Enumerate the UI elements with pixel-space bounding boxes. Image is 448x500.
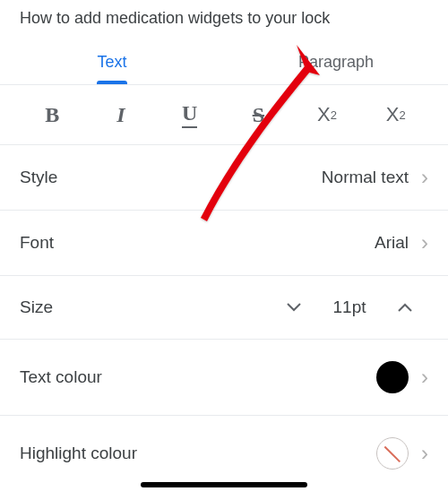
highlight-colour-label: Highlight colour [20,444,137,463]
chevron-right-icon: › [421,443,428,464]
highlight-colour-swatch-none [376,437,409,470]
tab-text[interactable]: Text [0,42,224,84]
italic-button[interactable]: I [87,101,156,128]
superscript-2: 2 [331,108,337,122]
style-label: Style [20,168,57,187]
bold-button[interactable]: B [18,101,87,128]
style-row[interactable]: Style Normal text › [0,145,448,211]
chevron-up-icon [398,303,412,312]
text-colour-row[interactable]: Text colour › [0,340,448,416]
subscript-x: X [386,103,400,126]
subscript-button[interactable]: X2 [361,101,430,128]
size-value: 11pt [330,297,369,317]
tab-paragraph[interactable]: Paragraph [224,42,448,84]
subscript-2: 2 [399,108,405,122]
format-tabs: Text Paragraph [0,42,448,85]
chevron-down-icon [287,303,301,312]
chevron-right-icon: › [421,366,428,388]
size-row: Size 11pt [0,276,448,340]
inline-format-row: B I U S X2 X2 [0,85,448,145]
superscript-x: X [317,103,331,126]
strikethrough-icon: S [253,103,264,127]
strikethrough-button[interactable]: S [224,101,293,128]
highlight-colour-row[interactable]: Highlight colour › [0,416,448,491]
size-increase-button[interactable] [382,300,428,315]
font-value: Arial [375,233,409,253]
underline-icon: U [182,101,197,128]
font-label: Font [20,233,54,253]
text-colour-label: Text colour [20,367,102,387]
size-decrease-button[interactable] [271,300,317,315]
home-indicator [141,482,307,487]
superscript-button[interactable]: X2 [293,101,362,128]
size-label: Size [20,297,53,317]
font-row[interactable]: Font Arial › [0,211,448,276]
chevron-right-icon: › [421,232,428,254]
style-value: Normal text [322,168,409,187]
text-colour-swatch [376,361,409,393]
underline-button[interactable]: U [155,101,224,128]
chevron-right-icon: › [421,167,428,188]
document-title: How to add medication widgets to your lo… [0,0,448,42]
